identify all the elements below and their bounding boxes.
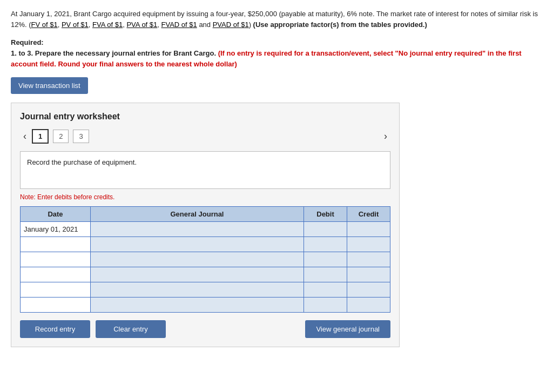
debit-cell-5[interactable]	[304, 282, 347, 298]
general-journal-input-2[interactable]	[91, 237, 304, 252]
table-row	[21, 267, 390, 282]
pvad-link[interactable]: PVAD of $1	[213, 21, 249, 29]
table-row	[21, 252, 390, 267]
chevron-right-icon[interactable]: ›	[381, 130, 390, 143]
general-journal-input-6[interactable]	[91, 298, 304, 312]
date-cell-4	[21, 267, 91, 282]
general-journal-input-1[interactable]	[91, 222, 304, 236]
date-cell-6	[21, 298, 91, 313]
debit-cell-4[interactable]	[304, 267, 347, 282]
debit-input-2[interactable]	[304, 237, 347, 252]
fva-link[interactable]: FVA of $1	[92, 21, 123, 29]
table-row	[21, 282, 390, 298]
required-section: Required: 1. to 3. Prepare the necessary…	[11, 37, 542, 70]
header-credit: Credit	[347, 207, 390, 222]
tab-2[interactable]: 2	[53, 130, 69, 143]
note-text: Note: Enter debits before credits.	[20, 193, 390, 201]
credit-input-6[interactable]	[347, 298, 390, 312]
worksheet-title: Journal entry worksheet	[20, 112, 390, 121]
general-journal-cell-5[interactable]	[91, 282, 304, 298]
fv-link[interactable]: FV of $1	[31, 21, 58, 29]
pv-link[interactable]: PV of $1	[62, 21, 89, 29]
table-row: January 01, 2021	[21, 222, 390, 237]
description-text: Record the purchase of equipment.	[27, 158, 137, 166]
debit-input-4[interactable]	[304, 267, 347, 282]
credit-input-1[interactable]	[347, 222, 390, 236]
credit-input-5[interactable]	[347, 282, 390, 297]
debit-input-5[interactable]	[304, 282, 347, 297]
credit-cell-2[interactable]	[347, 237, 390, 252]
tab-1[interactable]: 1	[32, 129, 49, 144]
action-buttons: Record entry Clear entry View general jo…	[20, 320, 390, 338]
view-transaction-button[interactable]: View transaction list	[11, 77, 88, 94]
credit-input-3[interactable]	[347, 252, 390, 267]
debit-input-1[interactable]	[304, 222, 347, 236]
general-journal-input-3[interactable]	[91, 252, 304, 267]
general-journal-cell-1[interactable]	[91, 222, 304, 237]
tab-3[interactable]: 3	[73, 130, 89, 143]
required-instruction: 1. to 3. Prepare the necessary journal e…	[11, 49, 218, 57]
general-journal-cell-4[interactable]	[91, 267, 304, 282]
worksheet-container: Journal entry worksheet ‹ 1 2 3 › Record…	[11, 103, 400, 347]
general-journal-input-5[interactable]	[91, 282, 304, 297]
date-cell-5	[21, 282, 91, 298]
pva-link[interactable]: PVA of $1	[126, 21, 157, 29]
general-journal-cell-6[interactable]	[91, 298, 304, 313]
date-cell-2	[21, 237, 91, 252]
record-entry-button[interactable]: Record entry	[20, 320, 90, 338]
clear-entry-button[interactable]: Clear entry	[96, 320, 166, 338]
debit-input-3[interactable]	[304, 252, 347, 267]
general-journal-cell-3[interactable]	[91, 252, 304, 267]
table-row	[21, 237, 390, 252]
required-label: Required:	[11, 38, 44, 46]
debit-cell-6[interactable]	[304, 298, 347, 313]
view-general-journal-button[interactable]: View general journal	[305, 320, 390, 338]
credit-cell-4[interactable]	[347, 267, 390, 282]
journal-table: Date General Journal Debit Credit Januar…	[20, 206, 390, 313]
description-box: Record the purchase of equipment.	[20, 151, 390, 189]
intro-bold-text: (Use appropriate factor(s) from the tabl…	[253, 21, 427, 29]
tab-navigation: ‹ 1 2 3 ›	[20, 129, 390, 144]
header-date: Date	[21, 207, 91, 222]
debit-input-6[interactable]	[304, 298, 347, 312]
general-journal-input-4[interactable]	[91, 267, 304, 282]
table-row	[21, 298, 390, 313]
credit-input-4[interactable]	[347, 267, 390, 282]
credit-cell-3[interactable]	[347, 252, 390, 267]
credit-cell-5[interactable]	[347, 282, 390, 298]
debit-cell-3[interactable]	[304, 252, 347, 267]
credit-cell-1[interactable]	[347, 222, 390, 237]
debit-cell-2[interactable]	[304, 237, 347, 252]
debit-cell-1[interactable]	[304, 222, 347, 237]
credit-cell-6[interactable]	[347, 298, 390, 313]
date-cell-1: January 01, 2021	[21, 222, 91, 237]
fvad-link[interactable]: FVAD of $1	[161, 21, 197, 29]
credit-input-2[interactable]	[347, 237, 390, 252]
date-cell-3	[21, 252, 91, 267]
chevron-left-icon[interactable]: ‹	[20, 130, 30, 143]
header-debit: Debit	[304, 207, 347, 222]
intro-paragraph: At January 1, 2021, Brant Cargo acquired…	[11, 9, 542, 30]
general-journal-cell-2[interactable]	[91, 237, 304, 252]
header-general-journal: General Journal	[91, 207, 304, 222]
